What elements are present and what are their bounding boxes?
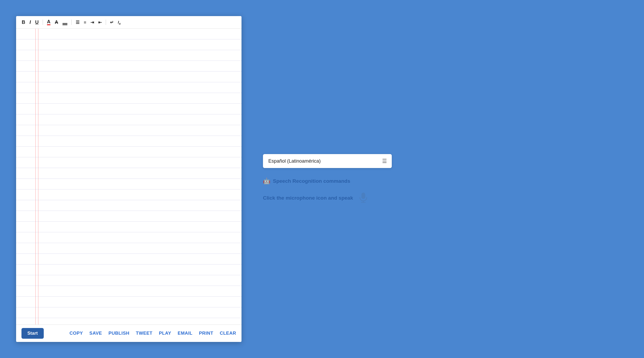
outdent-button[interactable]: ⇤ — [97, 19, 103, 25]
mic-instruction-text: Click the microphone icon and speak — [263, 195, 353, 201]
language-selector-wrapper: Español (Latinoamérica) English (US) Eng… — [263, 154, 392, 168]
rtl-icon: ↵ — [110, 20, 114, 25]
microphone-icon — [358, 192, 368, 203]
start-button[interactable]: Start — [21, 328, 44, 339]
writing-area — [16, 29, 241, 325]
speech-title-text: Speech Recognition commands — [273, 178, 350, 184]
divider-2 — [71, 20, 72, 25]
underline-button[interactable]: U — [34, 19, 40, 25]
italic-button[interactable]: I — [28, 19, 32, 25]
bold-button[interactable]: B — [20, 19, 27, 25]
clear-format-icon: Ix — [118, 20, 120, 24]
print-button[interactable]: PRINT — [199, 331, 213, 336]
microphone-button[interactable] — [358, 192, 368, 204]
clear-format-button[interactable]: Ix — [116, 19, 122, 25]
publish-button[interactable]: PUBLISH — [108, 331, 129, 336]
highlight-icon: A — [55, 20, 58, 25]
tweet-button[interactable]: TWEET — [136, 331, 152, 336]
formatting-toolbar: B I U A A ☰ ≡ — [16, 16, 241, 29]
right-panel: Español (Latinoamérica) English (US) Eng… — [241, 138, 644, 220]
divider-3 — [106, 20, 106, 25]
svg-rect-0 — [361, 192, 365, 199]
bottom-actions-group: COPY SAVE PUBLISH TWEET PLAY EMAIL PRINT… — [69, 331, 236, 336]
language-select[interactable]: Español (Latinoamérica) English (US) Eng… — [263, 154, 392, 168]
divider-1 — [43, 20, 43, 25]
speech-recognition-section: 🤖 Speech Recognition commands Click the … — [263, 178, 368, 204]
rtl-button[interactable]: ↵ — [109, 19, 115, 25]
play-button[interactable]: PLAY — [159, 331, 171, 336]
indent-button[interactable]: ⇥ — [89, 19, 95, 25]
font-color-icon: A — [47, 19, 50, 24]
clear-button[interactable]: CLEAR — [220, 331, 236, 336]
ordered-list-icon: ☰ — [76, 20, 79, 25]
copy-button[interactable]: COPY — [69, 331, 83, 336]
speech-title: 🤖 Speech Recognition commands — [263, 178, 368, 185]
ordered-list-button[interactable]: ☰ — [74, 19, 81, 25]
email-button[interactable]: EMAIL — [178, 331, 192, 336]
mic-row: Click the microphone icon and speak — [263, 192, 368, 204]
notepad-panel: B I U A A ☰ ≡ — [16, 16, 241, 342]
save-button[interactable]: SAVE — [89, 331, 102, 336]
font-color-button[interactable]: A — [46, 19, 52, 26]
hr-button[interactable] — [61, 19, 69, 26]
unordered-list-button[interactable]: ≡ — [82, 19, 87, 25]
indent-icon: ⇥ — [90, 20, 94, 25]
unordered-list-icon: ≡ — [84, 20, 86, 25]
bottom-action-bar: Start COPY SAVE PUBLISH TWEET PLAY EMAIL… — [16, 325, 241, 342]
text-editor[interactable] — [16, 29, 241, 325]
robot-emoji: 🤖 — [263, 178, 270, 185]
outdent-icon: ⇤ — [98, 20, 102, 25]
highlight-button[interactable]: A — [53, 19, 60, 25]
